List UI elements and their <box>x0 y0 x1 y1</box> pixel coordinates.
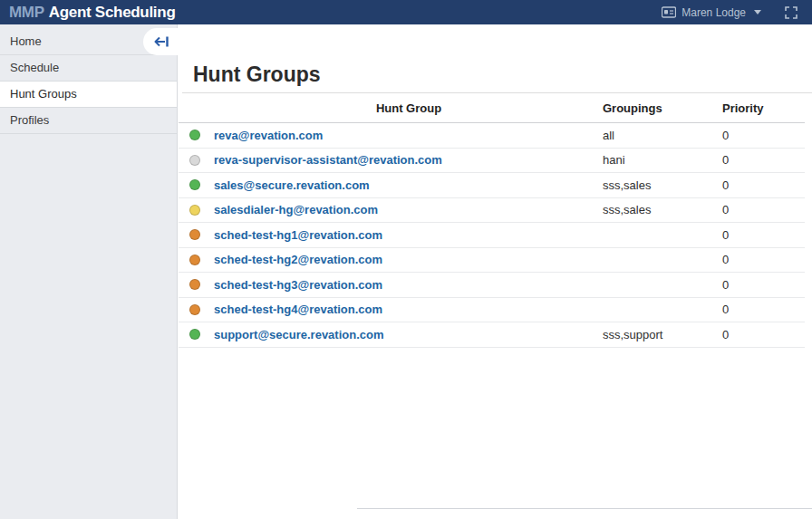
table-header-row: Hunt Group Groupings Priority <box>179 93 805 123</box>
fullscreen-icon <box>785 6 798 19</box>
status-dot-icon <box>189 205 200 216</box>
groupings-cell: sss,sales <box>603 203 722 216</box>
user-menu[interactable]: Maren Lodge <box>662 6 761 19</box>
status-dot-icon <box>189 179 200 190</box>
app-logo: MMP Agent Scheduling <box>9 4 175 22</box>
priority-cell: 0 <box>722 203 805 216</box>
hunt-group-cell: salesdialer-hg@revation.com <box>214 203 603 216</box>
priority-cell: 0 <box>722 278 805 292</box>
hunt-group-link[interactable]: sched-test-hg4@revation.com <box>214 303 382 316</box>
table-row: support@secure.revation.com sss,support … <box>179 322 805 348</box>
table-body: reva@revation.com all 0 reva-supervisor-… <box>179 123 805 348</box>
sidebar-nav: Home Schedule Hunt Groups Profiles <box>0 24 178 519</box>
hunt-group-link[interactable]: sched-test-hg3@revation.com <box>214 278 382 292</box>
groupings-cell: hani <box>603 153 722 167</box>
status-cell <box>179 279 214 290</box>
priority-cell: 0 <box>722 228 805 242</box>
sidebar-item-schedule[interactable]: Schedule <box>0 55 177 82</box>
chevron-down-icon <box>754 10 761 14</box>
logo-title: Agent Scheduling <box>49 4 176 22</box>
hunt-group-link[interactable]: sales@secure.revation.com <box>214 178 370 192</box>
status-cell <box>179 205 214 216</box>
status-cell <box>179 329 214 340</box>
hunt-group-cell: support@secure.revation.com <box>214 328 603 341</box>
hunt-group-link[interactable]: salesdialer-hg@revation.com <box>214 203 378 216</box>
status-cell <box>179 130 214 140</box>
hunt-group-cell: sales@secure.revation.com <box>214 178 603 192</box>
status-dot-icon <box>189 130 200 140</box>
page-title: Hunt Groups <box>193 62 321 86</box>
table-row: salesdialer-hg@revation.com sss,sales 0 <box>179 198 805 224</box>
hunt-group-cell: reva-supervisor-assistant@revation.com <box>214 153 603 167</box>
hunt-groups-table: Hunt Group Groupings Priority reva@revat… <box>179 93 805 348</box>
table-row: sched-test-hg4@revation.com 0 <box>179 298 805 323</box>
hunt-group-cell: sched-test-hg4@revation.com <box>214 303 603 316</box>
sidebar-item-profiles[interactable]: Profiles <box>0 108 177 134</box>
status-cell <box>179 304 214 315</box>
hunt-group-link[interactable]: sched-test-hg2@revation.com <box>214 253 382 266</box>
top-header-bar: MMP Agent Scheduling Maren Lodge <box>0 0 812 24</box>
status-cell <box>179 155 214 166</box>
user-name: Maren Lodge <box>682 6 746 19</box>
app-window: MMP Agent Scheduling Maren Lodge <box>0 0 812 519</box>
status-cell <box>179 255 214 265</box>
hunt-group-cell: sched-test-hg2@revation.com <box>214 253 603 266</box>
page-header: Hunt Groups <box>182 24 812 93</box>
hunt-group-cell: reva@revation.com <box>214 129 603 142</box>
column-header-hunt-group: Hunt Group <box>179 101 603 115</box>
hunt-group-link[interactable]: reva@revation.com <box>214 129 323 142</box>
logo-prefix: MMP <box>9 4 44 22</box>
column-header-priority: Priority <box>722 101 805 115</box>
status-dot-icon <box>189 279 200 290</box>
groupings-cell: sss,support <box>603 328 722 341</box>
priority-cell: 0 <box>722 328 805 341</box>
table-row: sched-test-hg3@revation.com 0 <box>179 273 805 298</box>
collapse-arrow-icon <box>154 35 169 48</box>
status-cell <box>179 229 214 240</box>
topbar-right: Maren Lodge <box>662 6 798 19</box>
status-cell <box>179 179 214 190</box>
bottom-divider <box>357 508 812 509</box>
groupings-cell: sss,sales <box>603 178 722 192</box>
status-dot-icon <box>189 229 200 240</box>
priority-cell: 0 <box>722 129 805 142</box>
status-dot-icon <box>189 255 200 265</box>
fullscreen-button[interactable] <box>785 6 798 19</box>
hunt-group-link[interactable]: reva-supervisor-assistant@revation.com <box>214 153 442 167</box>
status-dot-icon <box>189 155 200 166</box>
groupings-cell: all <box>603 129 722 142</box>
hunt-group-cell: sched-test-hg3@revation.com <box>214 278 603 292</box>
status-dot-icon <box>189 329 200 340</box>
hunt-group-link[interactable]: support@secure.revation.com <box>214 328 384 341</box>
table-row: sched-test-hg2@revation.com 0 <box>179 248 805 274</box>
sidebar-item-hunt-groups[interactable]: Hunt Groups <box>0 82 177 108</box>
column-header-groupings: Groupings <box>603 101 722 115</box>
sidebar-collapse-button[interactable] <box>143 28 179 55</box>
hunt-group-link[interactable]: sched-test-hg1@revation.com <box>214 228 382 242</box>
priority-cell: 0 <box>722 303 805 316</box>
contact-card-icon <box>662 6 676 18</box>
table-row: reva-supervisor-assistant@revation.com h… <box>179 149 805 174</box>
priority-cell: 0 <box>722 178 805 192</box>
table-row: sales@secure.revation.com sss,sales 0 <box>179 173 805 198</box>
table-row: sched-test-hg1@revation.com 0 <box>179 223 805 248</box>
table-row: reva@revation.com all 0 <box>179 123 805 149</box>
priority-cell: 0 <box>722 153 805 167</box>
hunt-group-cell: sched-test-hg1@revation.com <box>214 228 603 242</box>
priority-cell: 0 <box>722 253 805 266</box>
status-dot-icon <box>189 304 200 315</box>
main-content: Hunt Groups Hunt Group Groupings Priorit… <box>179 24 812 519</box>
